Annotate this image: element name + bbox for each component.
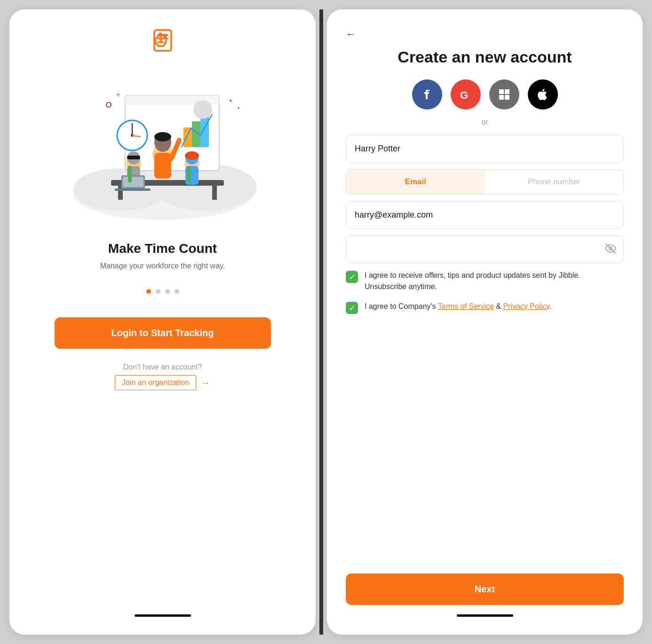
svg-text:✦: ✦ bbox=[229, 98, 232, 103]
privacy-policy-link[interactable]: Privacy Policy bbox=[503, 302, 549, 310]
svg-rect-24 bbox=[212, 186, 217, 200]
svg-rect-39 bbox=[123, 177, 143, 187]
checkbox-offers[interactable]: ✓ bbox=[346, 271, 358, 283]
email-phone-tabs: Email Phone number bbox=[346, 169, 624, 195]
svg-point-18 bbox=[106, 102, 111, 107]
toggle-password-icon[interactable] bbox=[605, 243, 616, 256]
svg-text:+: + bbox=[116, 90, 121, 100]
svg-rect-42 bbox=[187, 166, 191, 182]
svg-rect-12 bbox=[183, 127, 192, 147]
checkbox-offers-row: ✓ I agree to receive offers, tips and pr… bbox=[346, 270, 624, 292]
svg-rect-10 bbox=[200, 114, 209, 147]
headline: Make Time Count bbox=[108, 241, 217, 256]
pagination-dots bbox=[146, 289, 179, 294]
dot-3[interactable] bbox=[165, 289, 170, 294]
join-section: Don't have an account? Join an organizat… bbox=[115, 363, 210, 390]
right-screen: ← Create an new account G bbox=[327, 9, 643, 635]
svg-rect-44 bbox=[499, 89, 504, 94]
svg-point-36 bbox=[185, 151, 199, 160]
password-wrapper bbox=[346, 236, 624, 263]
svg-text:G: G bbox=[460, 89, 468, 101]
create-account-title: Create an new account bbox=[346, 48, 624, 66]
join-org-wrapper: Join an organization → bbox=[115, 375, 210, 390]
social-icons-row: G bbox=[346, 79, 624, 110]
svg-text:✦: ✦ bbox=[237, 106, 240, 110]
svg-rect-28 bbox=[154, 153, 171, 179]
home-indicator bbox=[135, 614, 191, 617]
svg-rect-32 bbox=[127, 156, 140, 159]
checkbox-tos[interactable]: ✓ bbox=[346, 302, 358, 314]
svg-rect-40 bbox=[115, 188, 151, 191]
facebook-login-button[interactable] bbox=[412, 79, 442, 110]
svg-rect-41 bbox=[128, 166, 132, 182]
back-button[interactable]: ← bbox=[346, 28, 356, 40]
home-indicator-right bbox=[457, 614, 513, 617]
password-input[interactable] bbox=[346, 236, 624, 263]
dot-1[interactable] bbox=[146, 289, 151, 294]
checkbox-tos-row: ✓ I agree to Company's Terms of Service … bbox=[346, 301, 624, 314]
illustration: + ✦ ✦ bbox=[64, 67, 262, 227]
svg-rect-47 bbox=[505, 95, 509, 100]
windows-login-button[interactable] bbox=[489, 79, 519, 110]
checkbox-tos-text: I agree to Company's Terms of Service & … bbox=[365, 301, 551, 312]
svg-point-27 bbox=[154, 132, 171, 141]
checkbox-offers-text: I agree to receive offers, tips and prod… bbox=[365, 270, 624, 292]
or-text: or bbox=[346, 118, 624, 126]
svg-point-17 bbox=[193, 100, 212, 119]
dot-4[interactable] bbox=[175, 289, 179, 294]
svg-rect-46 bbox=[499, 95, 504, 100]
dont-have-text: Don't have an account? bbox=[123, 363, 202, 371]
svg-text:⏱: ⏱ bbox=[152, 31, 169, 51]
login-button[interactable]: Login to Start Tracking bbox=[55, 317, 271, 349]
screen-divider bbox=[319, 9, 323, 635]
tab-email[interactable]: Email bbox=[346, 170, 485, 194]
email-input[interactable] bbox=[346, 201, 624, 229]
svg-rect-45 bbox=[505, 89, 509, 94]
join-org-button[interactable]: Join an organization bbox=[115, 375, 196, 390]
app-logo-icon: ⏱ bbox=[151, 28, 175, 58]
tab-phone[interactable]: Phone number bbox=[485, 170, 624, 194]
apple-login-button[interactable] bbox=[528, 79, 558, 110]
left-screen: ⏱ bbox=[9, 9, 316, 635]
subheadline: Manage your workforce the right way. bbox=[100, 262, 225, 270]
google-login-button[interactable]: G bbox=[451, 79, 481, 110]
terms-of-service-link[interactable]: Terms of Service bbox=[438, 302, 494, 310]
dot-2[interactable] bbox=[156, 289, 160, 294]
name-input[interactable] bbox=[346, 135, 624, 163]
arrow-icon: → bbox=[201, 377, 210, 388]
next-button[interactable]: Next bbox=[346, 573, 624, 605]
